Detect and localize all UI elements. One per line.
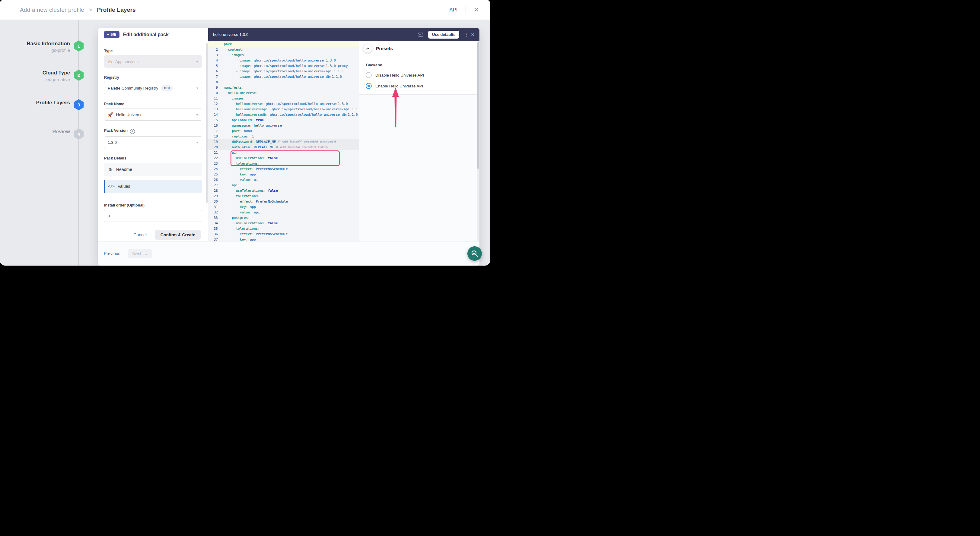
arrow-right-icon: → [143, 251, 148, 256]
pack-name-label: Pack Name [104, 102, 202, 106]
code-line[interactable]: 20 authToken: REPLACE_ME # Add base64 en… [208, 145, 359, 150]
code-line[interactable]: 31 key: app [208, 205, 359, 210]
yaml-editor[interactable]: 1pack:2 content:3 images:4 - image: ghcr… [208, 41, 359, 241]
pack-version-value: 1.3.0 [108, 140, 117, 145]
code-line[interactable]: 2 content: [208, 47, 359, 52]
editor-title: hello-universe 1.3.0 [213, 32, 248, 37]
presets-panel: Presets Backend Disable Hello Universe A… [359, 41, 477, 241]
presets-title: Presets [376, 46, 393, 51]
code-line[interactable]: 16 namespace: hello-universe [208, 123, 359, 128]
panel-scrollbar-thumb[interactable] [477, 42, 479, 169]
confirm-create-button[interactable]: Confirm & Create [155, 230, 200, 239]
registry-value: Palette Community Registry [108, 86, 158, 90]
radio-icon[interactable] [366, 83, 372, 89]
next-label: Next [132, 251, 141, 256]
code-line[interactable]: 32 value: api [208, 210, 359, 215]
code-line[interactable]: 1pack: [208, 41, 359, 47]
code-line[interactable]: 9manifests: [208, 85, 359, 90]
next-button: Next → [128, 249, 152, 258]
breadcrumb: Add a new cluster profile > Profile Laye… [20, 6, 136, 13]
chevron-down-icon: ▾ [196, 141, 199, 144]
code-line[interactable]: 19 dbPassword: REPLACE_ME # Add base64 e… [208, 139, 359, 145]
type-value: App services [115, 59, 138, 64]
code-line[interactable]: 24 effect: PreferNoSchedule [208, 167, 359, 172]
close-icon[interactable]: ✕ [474, 6, 479, 13]
radio-disable-hello-universe-api[interactable]: Disable Hello Universe API [366, 72, 477, 78]
install-order-label: Install order (Optional) [104, 203, 202, 208]
code-line[interactable]: 12 hellouniverse: ghcr.io/spectrocloud/h… [208, 101, 359, 107]
values-label: Values [118, 184, 130, 189]
code-line[interactable]: 18 replicas: 1 [208, 134, 359, 139]
chevron-down-icon: ▾ [196, 113, 199, 117]
code-lines: 1pack:2 content:3 images:4 - image: ghcr… [208, 41, 359, 241]
presets-header: Presets [359, 41, 477, 56]
code-line[interactable]: 21 ui: [208, 150, 359, 155]
install-order-value: 0 [108, 214, 110, 218]
edit-pack-modal: + 5/5 Edit additional pack Type 🗁 App se… [98, 28, 479, 265]
info-icon[interactable]: i [130, 129, 135, 134]
use-defaults-button[interactable]: Use defaults [428, 31, 459, 39]
kebab-menu-icon[interactable]: ⋮ [464, 34, 466, 35]
form-scrollbar[interactable] [206, 43, 208, 203]
code-line[interactable]: 22 useTolerations: false [208, 155, 359, 161]
code-line[interactable]: 34 useTolerations: false [208, 220, 359, 226]
code-line[interactable]: 5 - image: ghcr.io/spectrocloud/hello-un… [208, 63, 359, 69]
code-line[interactable]: 13 hellouniverseapi: ghcr.io/spectroclou… [208, 107, 359, 112]
code-line[interactable]: 36 effect: PreferNoSchedule [208, 232, 359, 237]
code-line[interactable]: 8 [208, 79, 359, 85]
api-link[interactable]: API [449, 7, 457, 13]
code-line[interactable]: 10 hello-universe: [208, 90, 359, 96]
code-line[interactable]: 30 effect: PreferNoSchedule [208, 199, 359, 205]
radio-icon[interactable] [366, 72, 372, 78]
form-title: Edit additional pack [123, 32, 169, 37]
top-header: Add a new cluster profile > Profile Laye… [0, 0, 490, 20]
code-line[interactable]: 7 - image: ghcr.io/spectrocloud/hello-un… [208, 74, 359, 79]
code-line[interactable]: 15 apiEnabled: true [208, 117, 359, 123]
wizard-footer: Previous Next → [98, 241, 479, 266]
code-line[interactable]: 23 tolerations: [208, 161, 359, 167]
code-line[interactable]: 29 tolerations: [208, 193, 359, 199]
code-line[interactable]: 33 postgres: [208, 215, 359, 220]
code-icon: </> [108, 184, 115, 189]
code-line[interactable]: 27 api: [208, 183, 359, 188]
code-line[interactable]: 11 images: [208, 96, 359, 101]
code-line[interactable]: 6 - image: ghcr.io/spectrocloud/hello-un… [208, 69, 359, 74]
pack-details-readme-tab[interactable]: 🗎 Readme [104, 163, 202, 176]
previous-button[interactable]: Previous [104, 251, 120, 256]
type-label: Type [104, 49, 202, 53]
breadcrumb-parent[interactable]: Add a new cluster profile [20, 6, 84, 13]
code-line[interactable]: 26 value: ui [208, 177, 359, 183]
pack-name-value: Hello Universe [116, 113, 142, 117]
pack-count-badge[interactable]: + 5/5 [104, 31, 119, 38]
collapse-presets-button[interactable] [364, 44, 372, 52]
code-line[interactable]: 28 useTolerations: false [208, 188, 359, 193]
app-window: Add a new cluster profile > Profile Laye… [0, 0, 490, 266]
form-footer: Cancel Confirm & Create [98, 228, 208, 241]
code-line[interactable]: 14 hellouniversedb: ghcr.io/spectrocloud… [208, 112, 359, 117]
pack-logo-icon: 🚀 [108, 112, 113, 117]
chevron-down-icon: ▾ [196, 86, 199, 90]
form-body: Type 🗁 App services ▾ Registry Palette C… [98, 41, 208, 228]
cancel-button[interactable]: Cancel [134, 232, 146, 237]
install-order-input[interactable]: 0 [104, 210, 202, 222]
annotation-arrow-icon [392, 87, 399, 127]
code-line[interactable]: 37 key: app [208, 237, 359, 241]
editor-close-icon[interactable]: ✕ [471, 32, 475, 37]
presets-lower-area [359, 95, 477, 241]
editor-header: hello-universe 1.3.0 Use defaults ⋮ ✕ [208, 28, 479, 41]
pack-details-values-tab[interactable]: </> Values [104, 180, 202, 193]
registry-select[interactable]: Palette Community Registry OCI ▾ [104, 82, 202, 94]
code-line[interactable]: 4 - image: ghcr.io/spectrocloud/hello-un… [208, 58, 359, 63]
stepper-line [78, 20, 79, 266]
code-line[interactable]: 3 images: [208, 52, 359, 58]
type-select[interactable]: 🗁 App services ▾ [104, 56, 202, 68]
code-line[interactable]: 17 port: 8080 [208, 128, 359, 134]
help-search-fab[interactable] [468, 246, 482, 261]
pack-name-select[interactable]: 🚀 Hello Universe ▾ [104, 108, 202, 121]
pack-version-select[interactable]: 1.3.0 ▾ [104, 136, 202, 148]
radio-enable-hello-universe-api[interactable]: Enable Hello Universe API [366, 83, 477, 89]
readme-label: Readme [116, 167, 132, 172]
code-line[interactable]: 35 tolerations: [208, 226, 359, 232]
code-line[interactable]: 25 key: app [208, 172, 359, 177]
diff-view-icon[interactable] [418, 32, 423, 37]
